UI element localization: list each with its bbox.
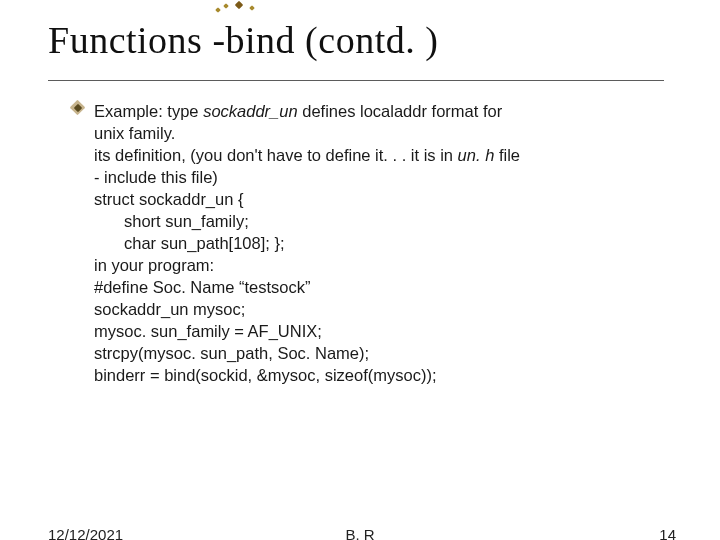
text-mysoc: sockaddr_un mysoc;: [94, 298, 674, 320]
footer-page: 14: [659, 526, 676, 540]
slide-body: Example: type sockaddr_un defines locala…: [94, 100, 674, 386]
text-strcpy: strcpy(mysoc. sun_path, Soc. Name);: [94, 342, 674, 364]
title-rule: [48, 80, 664, 81]
text-sunpath: char sun_path[108]; };: [94, 232, 674, 254]
text-unh: un. h: [458, 146, 495, 164]
slide-title: Functions -bind (contd. ): [48, 18, 438, 62]
text-binderr: binderr = bind(sockid, &mysoc, sizeof(my…: [94, 364, 674, 386]
text-unix-family: unix family.: [94, 122, 674, 144]
text-sunfamily: short sun_family;: [94, 210, 674, 232]
text-sockaddr-un: sockaddr_un: [203, 102, 297, 120]
text-example-suffix: defines localaddr format for: [302, 102, 502, 120]
text-def-suffix: file: [499, 146, 520, 164]
text-struct: struct sockaddr_un {: [94, 188, 674, 210]
text-afunix: mysoc. sun_family = AF_UNIX;: [94, 320, 674, 342]
text-def-prefix: its definition, (you don't have to defin…: [94, 146, 458, 164]
diamond-bullet-icon: [72, 102, 83, 113]
text-define: #define Soc. Name “testsock”: [94, 276, 674, 298]
text-example-prefix: Example: type: [94, 102, 203, 120]
footer-author: B. R: [0, 526, 720, 540]
text-inprogram: in your program:: [94, 254, 674, 276]
title-ornament: [216, 0, 258, 14]
text-include: - include this file): [94, 166, 674, 188]
